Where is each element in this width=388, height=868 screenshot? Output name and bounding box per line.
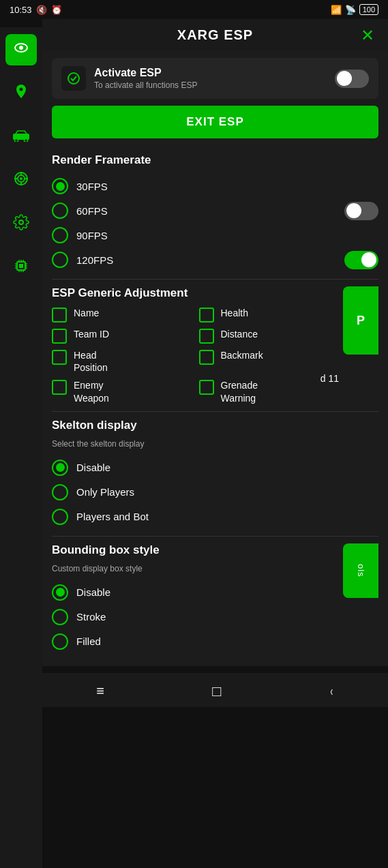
bbox-stroke-label: Stroke — [76, 611, 106, 623]
activate-esp-subtitle: To activate all functions ESP — [94, 80, 327, 90]
sidebar-item-settings[interactable] — [5, 209, 37, 240]
checkbox-distance[interactable]: Distance — [199, 328, 340, 344]
checkbox-backmark[interactable]: Backmark — [199, 349, 340, 374]
radio-90fps-label: 90FPS — [76, 230, 108, 241]
skelton-display-section: Skelton display Select the skelton displ… — [52, 419, 378, 529]
120fps-toggle[interactable] — [344, 251, 378, 269]
activate-esp-icon — [61, 66, 86, 91]
content-area: Activate ESP To activate all functions E… — [42, 51, 388, 666]
radio-90fps-indicator — [52, 227, 68, 243]
divider-1 — [52, 279, 378, 280]
framerate-radio-group: 30FPS 60FPS 90FPS 120FPS — [52, 174, 378, 272]
checkbox-enemy-weapon[interactable]: EnemyWeapon — [52, 379, 192, 404]
checkbox-name-box — [52, 308, 67, 323]
radio-bbox-stroke — [52, 609, 68, 625]
close-button[interactable]: ✕ — [361, 26, 374, 45]
svg-point-4 — [25, 139, 28, 143]
bbox-filled-label: Filled — [76, 635, 101, 647]
divider-3 — [52, 536, 378, 537]
checkbox-name[interactable]: Name — [52, 307, 192, 323]
location-icon — [14, 83, 29, 104]
bounding-box-subtitle: Custom display box style — [52, 564, 339, 573]
bottom-back-icon[interactable]: ‹ — [330, 683, 333, 699]
checkbox-distance-label: Distance — [221, 328, 258, 340]
radio-bbox-disable — [52, 584, 68, 601]
svg-point-12 — [19, 220, 23, 224]
sidebar — [0, 27, 42, 868]
battery-icon: 100 — [359, 4, 378, 15]
car-icon — [12, 128, 31, 146]
framerate-60fps[interactable]: 60FPS — [52, 198, 378, 223]
checkbox-backmark-box — [199, 350, 214, 365]
toggle-knob-120fps — [361, 252, 376, 267]
sidebar-item-location[interactable] — [5, 78, 37, 109]
toggle-knob — [337, 71, 352, 86]
esp-generic-title: ESP Generic Adjustment — [52, 286, 339, 300]
radio-60fps-label: 60FPS — [76, 205, 108, 217]
radio-skelton-disable — [52, 460, 68, 476]
radio-bbox-filled — [52, 633, 68, 650]
bbox-filled[interactable]: Filled — [52, 629, 339, 654]
checkbox-head-position-box — [52, 350, 67, 365]
bounding-box-section: Bounding box style Custom display box st… — [52, 543, 378, 654]
signal-icon: 📶 — [331, 5, 342, 15]
checkbox-teamid[interactable]: Team ID — [52, 328, 192, 344]
bbox-stroke[interactable]: Stroke — [52, 605, 339, 629]
time: 10:53 — [10, 5, 32, 15]
divider-2 — [52, 411, 378, 412]
sidebar-item-target[interactable] — [5, 165, 37, 196]
framerate-120fps[interactable]: 120FPS — [52, 248, 378, 272]
bounding-box-title: Bounding box style — [52, 543, 339, 557]
radio-60fps-indicator — [52, 203, 68, 219]
checkbox-health[interactable]: Health — [199, 307, 340, 323]
activate-esp-toggle[interactable] — [335, 70, 369, 88]
skelton-display-title: Skelton display — [52, 419, 378, 432]
sidebar-item-chip[interactable] — [5, 252, 37, 284]
skelton-display-subtitle: Select the skelton display — [52, 439, 378, 449]
bbox-disable[interactable]: Disable — [52, 580, 339, 605]
bottom-menu-icon[interactable]: ≡ — [96, 683, 104, 699]
bbox-green-tab[interactable]: ols — [343, 543, 378, 598]
checkbox-health-box — [199, 308, 214, 323]
header-title: XARG ESP — [177, 27, 253, 43]
checkbox-health-label: Health — [221, 307, 248, 319]
render-framerate-title: Render Framerate — [52, 153, 378, 167]
sidebar-item-car[interactable] — [5, 121, 37, 153]
esp-generic-adjustment-section: ESP Generic Adjustment Name Health Team … — [52, 286, 378, 404]
skelton-radio-group: Disable Only Players Players and Bot — [52, 455, 378, 529]
bbox-tab-label: ols — [356, 564, 366, 578]
checkbox-grenade-warning[interactable]: GrenadeWarning — [199, 379, 340, 404]
svg-rect-14 — [19, 264, 23, 268]
activate-esp-text: Activate ESP To activate all functions E… — [94, 67, 327, 90]
radio-120fps-indicator — [52, 252, 68, 268]
skelton-players-bot[interactable]: Players and Bot — [52, 505, 378, 529]
bottom-home-icon[interactable]: □ — [212, 683, 221, 700]
skelton-disable-label: Disable — [76, 462, 110, 473]
esp-green-tab[interactable]: P — [343, 286, 378, 355]
sidebar-item-eye[interactable] — [5, 34, 37, 65]
header: XARG ESP ✕ — [42, 19, 388, 51]
checkbox-teamid-label: Team ID — [74, 328, 109, 340]
framerate-90fps[interactable]: 90FPS — [52, 223, 378, 248]
checkbox-enemy-weapon-label: EnemyWeapon — [74, 379, 109, 404]
skelton-disable[interactable]: Disable — [52, 455, 378, 480]
skelton-only-players-label: Only Players — [76, 486, 134, 498]
render-framerate-section: Render Framerate 30FPS 60FPS 90FPS — [52, 153, 378, 272]
checkbox-distance-box — [199, 329, 214, 344]
skelton-players-bot-label: Players and Bot — [76, 511, 149, 522]
esp-tab-label: P — [357, 314, 365, 328]
framerate-30fps[interactable]: 30FPS — [52, 174, 378, 198]
mute-icon: 🔇 — [36, 5, 47, 15]
exit-esp-button[interactable]: EXIT ESP — [52, 106, 378, 138]
checkbox-head-position[interactable]: HeadPosition — [52, 349, 192, 374]
eye-icon — [13, 40, 29, 60]
checkbox-grenade-warning-box — [199, 380, 214, 395]
radio-120fps-label: 120FPS — [76, 254, 113, 266]
activate-esp-title: Activate ESP — [94, 67, 327, 79]
esp-id-badge: d 11 — [320, 373, 339, 384]
bbox-disable-label: Disable — [76, 586, 110, 598]
chip-icon — [13, 258, 29, 278]
target-icon — [13, 170, 29, 191]
60fps-toggle[interactable] — [344, 202, 378, 220]
skelton-only-players[interactable]: Only Players — [52, 480, 378, 505]
